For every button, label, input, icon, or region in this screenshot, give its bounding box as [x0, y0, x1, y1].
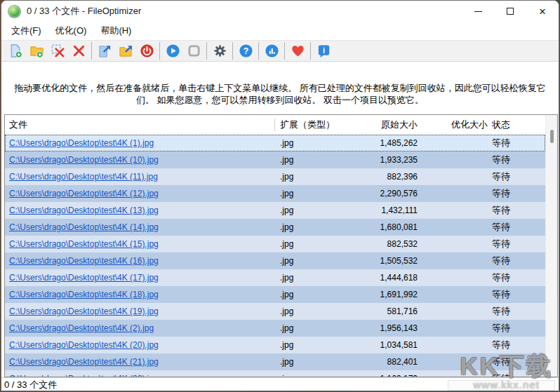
file-path-link[interactable]: C:\Users\drago\Desktop\test\4K (13).jpg [9, 202, 159, 219]
scrollbar-thumb[interactable] [550, 130, 554, 143]
original-size-cell: 1,680,081 [380, 219, 418, 236]
original-size-cell: 1,432,111 [381, 202, 418, 219]
table-row[interactable]: C:\Users\drago\Desktop\test\4K (1).jpg.j… [5, 135, 545, 151]
minimize-button[interactable] [462, 1, 494, 22]
file-path-link[interactable]: C:\Users\drago\Desktop\test\4K (14).jpg [9, 219, 159, 236]
extension-cell: .jpg [280, 252, 293, 269]
table-row[interactable]: C:\Users\drago\Desktop\test\4K (18).jpg.… [5, 286, 545, 303]
status-cell: 等待 [492, 202, 510, 219]
table-row[interactable]: C:\Users\drago\Desktop\test\4K (2).jpg.j… [5, 320, 545, 337]
remove-entry-icon [51, 43, 65, 58]
extension-cell: .jpg [280, 337, 293, 353]
original-size-cell: 1,160,179 [380, 370, 418, 377]
add-files-button[interactable] [5, 41, 26, 60]
status-cell: 等待 [492, 185, 510, 202]
vertical-scrollbar[interactable] [545, 115, 557, 377]
menu-file[interactable]: 文件(F) [4, 22, 48, 39]
optimize-button[interactable] [162, 41, 183, 60]
status-cell: 等待 [492, 269, 510, 286]
title-bar: 0 / 33 个文件 - FileOptimizer × [1, 1, 559, 22]
window-title: 0 / 33 个文件 - FileOptimizer [27, 5, 141, 18]
remove-entry-button[interactable] [47, 41, 68, 60]
extension-cell: .jpg [280, 185, 293, 202]
donate-button[interactable] [287, 41, 308, 60]
table-row[interactable]: C:\Users\drago\Desktop\test\4K (14).jpg.… [5, 219, 545, 236]
extension-cell: .jpg [280, 320, 293, 337]
add-folder-button[interactable] [26, 41, 47, 60]
file-path-link[interactable]: C:\Users\drago\Desktop\test\4K (19).jpg [9, 303, 159, 320]
open-folder-button[interactable] [115, 41, 136, 60]
table-row[interactable]: C:\Users\drago\Desktop\test\4K (12).jpg.… [5, 185, 545, 202]
column-header-original[interactable]: 原始大小 [381, 115, 418, 135]
clear-list-button[interactable] [68, 41, 89, 60]
original-size-cell: 1,485,262 [380, 135, 418, 151]
toolbar-separator [284, 42, 285, 60]
recycle-button[interactable] [136, 41, 157, 60]
svg-text:?: ? [243, 46, 248, 56]
power-icon [140, 43, 154, 58]
status-cell: 等待 [492, 337, 510, 353]
table-row[interactable]: C:\Users\drago\Desktop\test\4K (11).jpg.… [5, 168, 545, 185]
original-size-cell: 1,034,581 [380, 337, 418, 353]
open-file-button[interactable] [94, 41, 115, 60]
file-path-link[interactable]: C:\Users\drago\Desktop\test\4K (20).jpg [9, 337, 159, 353]
open-file-icon [98, 43, 112, 58]
status-cell: 等待 [492, 370, 510, 377]
help-button[interactable]: ? [235, 41, 256, 60]
status-bar: 0 / 33 个文件 [1, 377, 559, 391]
toolbar-separator [159, 42, 160, 60]
close-button[interactable]: × [526, 1, 559, 22]
file-path-link[interactable]: C:\Users\drago\Desktop\test\4K (21).jpg [9, 353, 159, 370]
open-folder-icon [119, 43, 133, 58]
file-path-link[interactable]: C:\Users\drago\Desktop\test\4K (2).jpg [9, 320, 154, 337]
original-size-cell: 2,290,576 [380, 185, 418, 202]
minimize-icon [474, 11, 482, 12]
file-path-link[interactable]: C:\Users\drago\Desktop\test\4K (15).jpg [9, 236, 159, 252]
toolbar-separator [310, 42, 311, 60]
about-button[interactable]: i [313, 41, 334, 60]
table-row[interactable]: C:\Users\drago\Desktop\test\4K (13).jpg.… [5, 202, 545, 219]
status-cell: 等待 [492, 286, 510, 303]
table-row[interactable]: C:\Users\drago\Desktop\test\4K (16).jpg.… [5, 252, 545, 269]
file-path-link[interactable]: C:\Users\drago\Desktop\test\4K (1).jpg [9, 135, 154, 151]
table-row[interactable]: C:\Users\drago\Desktop\test\4K (20).jpg.… [5, 337, 545, 353]
file-path-link[interactable]: C:\Users\drago\Desktop\test\4K (10).jpg [9, 151, 159, 168]
column-header-status[interactable]: 状态 [492, 115, 510, 135]
file-path-link[interactable]: C:\Users\drago\Desktop\test\4K (22).jpg [9, 370, 159, 377]
stop-button[interactable] [183, 41, 204, 60]
extension-cell: .jpg [280, 236, 293, 252]
file-path-link[interactable]: C:\Users\drago\Desktop\test\4K (17).jpg [9, 269, 159, 286]
maximize-button[interactable] [494, 1, 526, 22]
file-path-link[interactable]: C:\Users\drago\Desktop\test\4K (12).jpg [9, 185, 159, 202]
table-row[interactable]: C:\Users\drago\Desktop\test\4K (19).jpg.… [5, 303, 545, 320]
column-header-extension[interactable]: 扩展（类型） [280, 115, 335, 135]
extension-cell: .jpg [280, 286, 293, 303]
file-path-link[interactable]: C:\Users\drago\Desktop\test\4K (18).jpg [9, 286, 159, 303]
add-folder-icon [29, 43, 44, 58]
menu-help[interactable]: 帮助(H) [93, 22, 138, 39]
table-row[interactable]: C:\Users\drago\Desktop\test\4K (21).jpg.… [5, 353, 545, 370]
instructions-text: 拖动要优化的文件，然后在准备就绪后，单击右键上下文菜单以继续。 所有已处理的文件… [11, 82, 549, 106]
table-row[interactable]: C:\Users\drago\Desktop\test\4K (17).jpg.… [5, 269, 545, 286]
column-header-file[interactable]: 文件 [9, 115, 27, 135]
extension-cell: .jpg [280, 353, 293, 370]
original-size-cell: 1,444,618 [380, 269, 418, 286]
fileoptimizer-window: 0 / 33 个文件 - FileOptimizer × 文件(F) 优化(O)… [1, 0, 559, 391]
menu-optimize[interactable]: 优化(O) [48, 22, 94, 39]
status-cell: 等待 [492, 320, 510, 337]
window-controls: × [462, 1, 559, 22]
options-button[interactable] [209, 41, 230, 60]
statistics-button[interactable] [261, 41, 282, 60]
file-path-link[interactable]: C:\Users\drago\Desktop\test\4K (16).jpg [9, 252, 159, 269]
extension-cell: .jpg [280, 370, 293, 377]
close-icon: × [539, 6, 546, 18]
column-header-optimized[interactable]: 优化大小 [451, 115, 488, 135]
file-path-link[interactable]: C:\Users\drago\Desktop\test\4K (11).jpg [9, 168, 158, 185]
extension-cell: .jpg [280, 168, 293, 185]
table-row[interactable]: C:\Users\drago\Desktop\test\4K (22).jpg.… [5, 370, 545, 377]
add-files-icon [8, 43, 23, 58]
table-row[interactable]: C:\Users\drago\Desktop\test\4K (15).jpg.… [5, 236, 545, 252]
table-row[interactable]: C:\Users\drago\Desktop\test\4K (10).jpg.… [5, 151, 545, 168]
toolbar-separator [232, 42, 233, 60]
extension-cell: .jpg [280, 219, 293, 236]
